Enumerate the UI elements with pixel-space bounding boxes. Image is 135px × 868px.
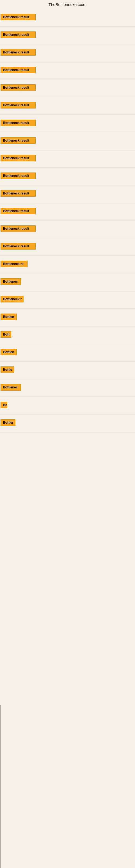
bottleneck-result-bar[interactable]: Bottleneck result <box>1 31 36 38</box>
list-item: Bott <box>0 326 135 344</box>
bottleneck-result-bar[interactable]: Bottleneck result <box>1 225 36 232</box>
list-item: Bottleneck result <box>0 185 135 203</box>
bottleneck-result-bar[interactable]: Bottleneck result <box>1 137 36 144</box>
list-item: Bottleneck result <box>0 150 135 167</box>
list-item: Bottleneck result <box>0 9 135 27</box>
list-item: Bottleneck result <box>0 44 135 62</box>
list-item: Bo <box>0 397 135 414</box>
bottleneck-result-bar[interactable]: Bottleneck r <box>1 296 24 303</box>
bottleneck-result-bar[interactable]: Bottlen <box>1 314 17 320</box>
bottleneck-result-bar[interactable]: Bottle <box>1 367 14 373</box>
bottleneck-result-bar[interactable]: Bottleneck result <box>1 102 36 108</box>
list-item: Bottleneck result <box>0 132 135 150</box>
list-item: Bottleneck re <box>0 256 135 273</box>
bottleneck-result-bar[interactable]: Bottleneck result <box>1 243 36 250</box>
list-item: Bottlen <box>0 309 135 326</box>
list-item: Bottle <box>0 362 135 379</box>
bottleneck-result-bar[interactable]: Bottleneck result <box>1 120 36 126</box>
bottleneck-result-bar[interactable]: Bottlenec <box>1 278 21 285</box>
list-item: Bottlenec <box>0 273 135 291</box>
list-item: Bottleneck result <box>0 220 135 238</box>
bottleneck-result-bar[interactable]: Bottleneck result <box>1 208 36 214</box>
list-item: Bottleneck result <box>0 80 135 97</box>
list-item: Bottlen <box>0 344 135 362</box>
bottleneck-result-bar[interactable]: Bottlenec <box>1 384 21 391</box>
bottleneck-result-bar[interactable]: Bottleneck result <box>1 14 36 20</box>
bottleneck-result-bar[interactable]: Bottler <box>1 420 15 426</box>
bottleneck-result-bar[interactable]: Bottleneck re <box>1 261 28 267</box>
list-item: Bottleneck result <box>0 27 135 44</box>
list-item: Bottleneck result <box>0 167 135 185</box>
site-title: TheBottlenecker.com <box>0 0 135 9</box>
bottleneck-result-bar[interactable]: Bottleneck result <box>1 84 36 91</box>
bottleneck-result-bar[interactable]: Bo <box>1 402 7 408</box>
bottleneck-result-bar[interactable]: Bottleneck result <box>1 190 36 197</box>
list-item: Bottleneck result <box>0 62 135 80</box>
list-item: Bottlenec <box>0 379 135 397</box>
bottleneck-result-bar[interactable]: Bottleneck result <box>1 155 36 161</box>
bottleneck-result-bar[interactable]: Bottlen <box>1 349 17 355</box>
bottleneck-result-bar[interactable]: Bott <box>1 331 11 338</box>
list-item: Bottler <box>0 414 135 432</box>
list-item: Bottleneck result <box>0 97 135 115</box>
list-item: Bottleneck result <box>0 203 135 220</box>
bottleneck-result-bar[interactable]: Bottleneck result <box>1 67 36 73</box>
bottleneck-result-bar[interactable]: Bottleneck result <box>1 173 36 179</box>
list-item: Bottleneck result <box>0 115 135 132</box>
list-item: Bottleneck r <box>0 291 135 309</box>
list-item: Bottleneck result <box>0 238 135 256</box>
bottleneck-result-bar[interactable]: Bottleneck result <box>1 49 36 56</box>
